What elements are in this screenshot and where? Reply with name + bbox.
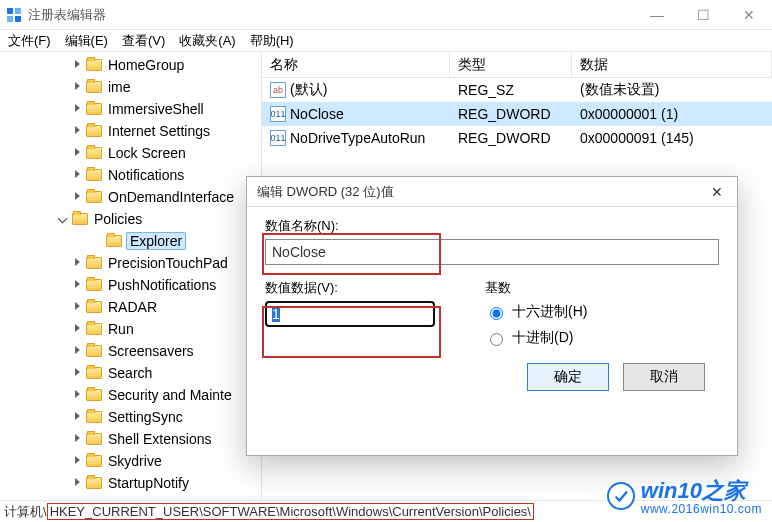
- window-maximize-button[interactable]: ☐: [680, 0, 726, 30]
- folder-icon: [86, 147, 102, 159]
- folder-icon: [86, 411, 102, 423]
- expand-icon[interactable]: [72, 59, 84, 71]
- value-name-input[interactable]: [265, 239, 719, 265]
- value-name: (默认): [290, 81, 327, 99]
- folder-icon: [86, 301, 102, 313]
- tree-item[interactable]: HomeGroup: [0, 54, 261, 76]
- tree-item[interactable]: PushNotifications: [0, 274, 261, 296]
- tree-pane[interactable]: HomeGroupimeImmersiveShellInternet Setti…: [0, 52, 262, 500]
- expand-icon[interactable]: [72, 389, 84, 401]
- tree-item[interactable]: Policies: [0, 208, 261, 230]
- tree-item-label: HomeGroup: [106, 57, 186, 73]
- tree-item[interactable]: Explorer: [0, 230, 261, 252]
- svg-rect-2: [7, 16, 13, 22]
- statusbar-path: HKEY_CURRENT_USER\SOFTWARE\Microsoft\Win…: [47, 503, 534, 520]
- tree-item[interactable]: ImmersiveShell: [0, 98, 261, 120]
- tree-item[interactable]: Skydrive: [0, 450, 261, 472]
- folder-icon: [86, 345, 102, 357]
- menu-file[interactable]: 文件(F): [8, 32, 51, 50]
- tree-item[interactable]: Shell Extensions: [0, 428, 261, 450]
- value-name: NoClose: [290, 106, 344, 122]
- value-type: REG_DWORD: [450, 106, 572, 122]
- value-data-input[interactable]: [265, 301, 435, 327]
- value-data: 0x00000001 (1): [572, 106, 772, 122]
- tree-item[interactable]: Notifications: [0, 164, 261, 186]
- tree-item[interactable]: Screensavers: [0, 340, 261, 362]
- folder-icon: [86, 323, 102, 335]
- cancel-button[interactable]: 取消: [623, 363, 705, 391]
- regedit-icon: [6, 7, 22, 23]
- expand-icon[interactable]: [72, 191, 84, 203]
- tree-item[interactable]: RADAR: [0, 296, 261, 318]
- ok-button[interactable]: 确定: [527, 363, 609, 391]
- column-name[interactable]: 名称: [262, 52, 450, 77]
- list-row[interactable]: 011NoDriveTypeAutoRunREG_DWORD0x00000091…: [262, 126, 772, 150]
- list-row[interactable]: ab(默认)REG_SZ(数值未设置): [262, 78, 772, 102]
- list-header: 名称 类型 数据: [262, 52, 772, 78]
- tree-item-label: Policies: [92, 211, 144, 227]
- tree-item[interactable]: Lock Screen: [0, 142, 261, 164]
- list-row[interactable]: 011NoCloseREG_DWORD0x00000001 (1): [262, 102, 772, 126]
- tree-item-label: StartupNotify: [106, 475, 191, 491]
- menu-favorites[interactable]: 收藏夹(A): [179, 32, 235, 50]
- expand-icon[interactable]: [58, 213, 70, 225]
- expand-icon[interactable]: [72, 477, 84, 489]
- tree-item-label: Run: [106, 321, 136, 337]
- folder-icon: [86, 455, 102, 467]
- binary-value-icon: 011: [270, 130, 286, 146]
- radio-hex-input[interactable]: [490, 307, 503, 320]
- menu-edit[interactable]: 编辑(E): [65, 32, 108, 50]
- expand-icon[interactable]: [72, 125, 84, 137]
- value-name-label: 数值名称(N):: [265, 217, 719, 235]
- expand-icon[interactable]: [72, 169, 84, 181]
- tree-item[interactable]: ime: [0, 76, 261, 98]
- value-data: 0x00000091 (145): [572, 130, 772, 146]
- tree-item[interactable]: Run: [0, 318, 261, 340]
- tree-item-label: Shell Extensions: [106, 431, 214, 447]
- tree-item[interactable]: Internet Settings: [0, 120, 261, 142]
- svg-rect-1: [15, 8, 21, 14]
- tree-item[interactable]: PrecisionTouchPad: [0, 252, 261, 274]
- tree-item[interactable]: Search: [0, 362, 261, 384]
- expand-icon[interactable]: [72, 323, 84, 335]
- radio-hex[interactable]: 十六进制(H): [485, 303, 587, 321]
- tree-item-label: Notifications: [106, 167, 186, 183]
- column-type[interactable]: 类型: [450, 52, 572, 77]
- expand-icon[interactable]: [72, 411, 84, 423]
- expand-icon[interactable]: [72, 81, 84, 93]
- dialog-titlebar: 编辑 DWORD (32 位)值 ✕: [247, 177, 737, 207]
- folder-icon: [72, 213, 88, 225]
- value-type: REG_DWORD: [450, 130, 572, 146]
- tree-item-label: PushNotifications: [106, 277, 218, 293]
- folder-icon: [86, 59, 102, 71]
- tree-item-label: OnDemandInterface: [106, 189, 236, 205]
- menubar: 文件(F) 编辑(E) 查看(V) 收藏夹(A) 帮助(H): [0, 30, 772, 52]
- tree-item-label: SettingSync: [106, 409, 185, 425]
- edit-dword-dialog: 编辑 DWORD (32 位)值 ✕ 数值名称(N): 数值数据(V): 基数 …: [246, 176, 738, 456]
- dialog-title-text: 编辑 DWORD (32 位)值: [257, 183, 394, 201]
- radio-dec-input[interactable]: [490, 333, 503, 346]
- expand-icon[interactable]: [72, 257, 84, 269]
- dialog-close-button[interactable]: ✕: [697, 177, 737, 207]
- tree-item-label: Screensavers: [106, 343, 196, 359]
- expand-icon[interactable]: [72, 279, 84, 291]
- expand-icon[interactable]: [72, 301, 84, 313]
- folder-icon: [86, 257, 102, 269]
- window-close-button[interactable]: ✕: [726, 0, 772, 30]
- menu-help[interactable]: 帮助(H): [250, 32, 294, 50]
- window-minimize-button[interactable]: —: [634, 0, 680, 30]
- expand-icon[interactable]: [72, 455, 84, 467]
- expand-icon[interactable]: [72, 433, 84, 445]
- tree-item[interactable]: StartupNotify: [0, 472, 261, 494]
- column-data[interactable]: 数据: [572, 52, 772, 77]
- menu-view[interactable]: 查看(V): [122, 32, 165, 50]
- window-titlebar: 注册表编辑器 — ☐ ✕: [0, 0, 772, 30]
- tree-item[interactable]: SettingSync: [0, 406, 261, 428]
- expand-icon[interactable]: [72, 367, 84, 379]
- tree-item[interactable]: OnDemandInterface: [0, 186, 261, 208]
- expand-icon[interactable]: [72, 147, 84, 159]
- radio-dec[interactable]: 十进制(D): [485, 329, 587, 347]
- tree-item[interactable]: Security and Mainte: [0, 384, 261, 406]
- expand-icon[interactable]: [72, 345, 84, 357]
- expand-icon[interactable]: [72, 103, 84, 115]
